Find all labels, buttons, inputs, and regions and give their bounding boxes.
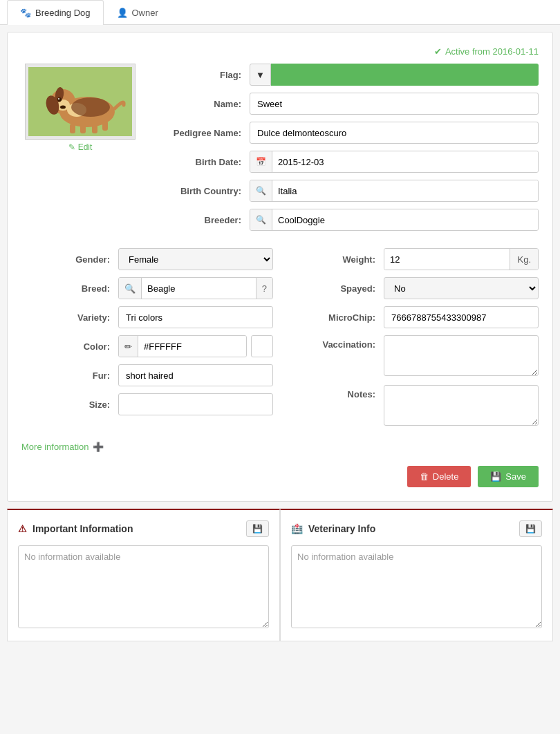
delete-label: Delete bbox=[433, 471, 459, 482]
tab-owner[interactable]: 👤 Owner bbox=[104, 0, 171, 25]
important-info-label: Important Information bbox=[32, 523, 133, 534]
size-input[interactable] bbox=[118, 393, 273, 415]
vet-icon: 🏥 bbox=[291, 523, 303, 534]
breed-label: Breed: bbox=[21, 283, 118, 294]
save-icon: 💾 bbox=[490, 471, 501, 482]
gender-select[interactable]: Female Male bbox=[118, 248, 273, 270]
important-info-title: ⚠ Important Information bbox=[18, 523, 133, 534]
notes-textarea[interactable] bbox=[384, 385, 539, 426]
important-info-panel: ⚠ Important Information 💾 No information… bbox=[7, 509, 280, 641]
right-col: Weight: Kg. Spayed: No Yes bbox=[287, 248, 539, 435]
svg-point-14 bbox=[71, 97, 110, 117]
edit-label: Edit bbox=[78, 142, 93, 152]
delete-button[interactable]: 🗑 Delete bbox=[407, 466, 472, 487]
save-label: Save bbox=[505, 471, 526, 482]
active-status: ✔ Active from 2016-01-11 bbox=[21, 46, 539, 57]
dog-image-col: ✎ Edit bbox=[21, 64, 139, 238]
svg-point-7 bbox=[58, 98, 59, 100]
vaccination-textarea[interactable] bbox=[384, 335, 539, 376]
important-save-btn[interactable]: 💾 bbox=[246, 520, 269, 537]
tab-breeding-dog-label: Breeding Dog bbox=[35, 8, 91, 18]
breeder-label: Breeder: bbox=[153, 215, 250, 225]
important-save-icon: 💾 bbox=[252, 524, 263, 534]
birth-country-label: Birth Country: bbox=[153, 186, 250, 196]
weight-label: Weight: bbox=[287, 254, 384, 265]
svg-rect-11 bbox=[80, 124, 86, 133]
owner-tab-icon: 👤 bbox=[117, 8, 128, 18]
vet-save-icon: 💾 bbox=[525, 524, 536, 534]
active-status-label: Active from 2016-01-11 bbox=[445, 46, 539, 57]
breeding-dog-icon: 🐾 bbox=[20, 8, 31, 18]
fur-input[interactable] bbox=[118, 364, 273, 386]
save-button[interactable]: 💾 Save bbox=[478, 466, 539, 487]
dog-image bbox=[25, 64, 136, 140]
tab-owner-label: Owner bbox=[132, 8, 158, 18]
weight-unit-label: Kg. bbox=[510, 249, 538, 270]
tab-bar: 🐾 Breeding Dog 👤 Owner bbox=[0, 0, 560, 25]
gender-label: Gender: bbox=[21, 254, 118, 265]
left-col: Gender: Female Male Breed: 🔍 ? bbox=[21, 248, 273, 435]
color-edit-icon[interactable]: ✏ bbox=[119, 336, 138, 357]
microchip-input[interactable] bbox=[384, 306, 539, 328]
calendar-icon[interactable]: 📅 bbox=[250, 151, 272, 172]
pedigree-name-label: Pedigree Name: bbox=[153, 128, 250, 138]
birth-date-input[interactable] bbox=[272, 151, 538, 173]
spayed-select[interactable]: No Yes bbox=[384, 277, 539, 299]
important-info-textarea[interactable]: No information available bbox=[18, 545, 269, 628]
edit-icon: ✎ bbox=[68, 142, 75, 152]
tab-breeding-dog[interactable]: 🐾 Breeding Dog bbox=[7, 0, 104, 25]
main-card: ✔ Active from 2016-01-11 bbox=[7, 32, 553, 502]
search-breed-icon[interactable]: 🔍 bbox=[119, 278, 142, 299]
plus-icon: ➕ bbox=[93, 442, 104, 452]
breed-help-icon[interactable]: ? bbox=[256, 278, 272, 299]
birth-country-input[interactable] bbox=[272, 180, 538, 202]
color-hex-input[interactable] bbox=[138, 335, 246, 357]
svg-point-8 bbox=[60, 106, 66, 109]
microchip-label: MicroChip: bbox=[287, 312, 384, 323]
check-icon: ✔ bbox=[434, 46, 442, 57]
color-label: Color: bbox=[21, 341, 118, 352]
flag-label: Flag: bbox=[153, 70, 250, 80]
search-country-icon[interactable]: 🔍 bbox=[250, 180, 272, 201]
veterinary-info-title: 🏥 Veterinary Info bbox=[291, 523, 375, 534]
more-info-link[interactable]: More information ➕ bbox=[21, 442, 539, 452]
svg-rect-12 bbox=[92, 124, 97, 133]
breeder-input[interactable] bbox=[272, 209, 538, 231]
bottom-panels: ⚠ Important Information 💾 No information… bbox=[7, 509, 553, 641]
action-buttons: 🗑 Delete 💾 Save bbox=[21, 466, 539, 487]
more-info-label: More information bbox=[21, 442, 89, 452]
veterinary-info-textarea[interactable]: No information available bbox=[291, 545, 542, 628]
veterinary-info-panel: 🏥 Veterinary Info 💾 No information avail… bbox=[280, 509, 553, 641]
color-swatch[interactable] bbox=[251, 335, 273, 357]
birth-date-label: Birth Date: bbox=[153, 157, 250, 167]
breed-input[interactable] bbox=[142, 277, 256, 299]
svg-rect-10 bbox=[70, 124, 75, 133]
fields-col: Flag: ▼ Name: Pedigr bbox=[153, 64, 539, 238]
flag-bar bbox=[271, 64, 539, 86]
svg-rect-13 bbox=[102, 121, 108, 131]
vet-save-btn[interactable]: 💾 bbox=[519, 520, 542, 537]
vaccination-label: Vaccination: bbox=[287, 335, 384, 350]
notes-label: Notes: bbox=[287, 385, 384, 399]
weight-input[interactable] bbox=[384, 248, 510, 270]
pedigree-name-input[interactable] bbox=[250, 122, 539, 144]
variety-label: Variety: bbox=[21, 312, 118, 323]
search-breeder-icon[interactable]: 🔍 bbox=[250, 209, 272, 230]
name-input[interactable] bbox=[250, 93, 539, 115]
chevron-down-icon: ▼ bbox=[256, 70, 265, 80]
trash-icon: 🗑 bbox=[420, 471, 429, 482]
edit-link[interactable]: ✎ Edit bbox=[68, 142, 93, 152]
name-label: Name: bbox=[153, 99, 250, 109]
size-label: Size: bbox=[21, 399, 118, 410]
fur-label: Fur: bbox=[21, 370, 118, 381]
veterinary-info-label: Veterinary Info bbox=[308, 523, 375, 534]
variety-input[interactable] bbox=[118, 306, 273, 328]
flag-dropdown[interactable]: ▼ bbox=[250, 64, 271, 86]
warning-icon: ⚠ bbox=[18, 523, 27, 534]
spayed-label: Spayed: bbox=[287, 283, 384, 294]
svg-point-6 bbox=[57, 97, 62, 102]
